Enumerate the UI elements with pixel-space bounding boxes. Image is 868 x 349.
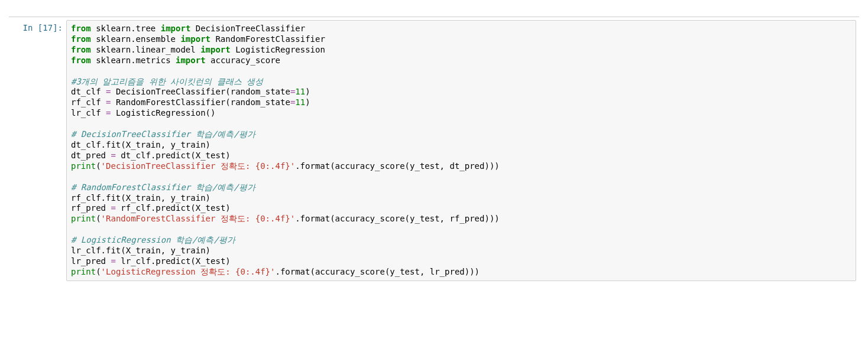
code-text: DecisionTreeClassifier(random_state (111, 87, 290, 96)
input-prompt: In [17]: (12, 20, 63, 281)
func-name: accuracy_score (206, 56, 280, 65)
code-text: dt_clf (71, 87, 106, 96)
code-text: ( (96, 267, 101, 276)
code-text: ( (96, 161, 101, 171)
keyword-from: from (71, 24, 91, 33)
keyword-import: import (200, 45, 231, 54)
code-text: lr_clf.predict(X_test) (116, 256, 231, 266)
code-text: LogisticRegression() (111, 108, 215, 118)
code-text: .format(accuracy_score(y_test, lr_pred))… (275, 267, 480, 276)
keyword-import: import (161, 24, 191, 33)
code-input-area[interactable]: from sklearn.tree import DecisionTreeCla… (66, 20, 856, 281)
module-name: sklearn.ensemble (91, 34, 181, 44)
code-text: .format(accuracy_score(y_test, dt_pred))… (295, 161, 500, 171)
code-text: dt_pred (71, 151, 111, 160)
string-literal: 'DecisionTreeClassifier 정확도: {0:.4f}' (101, 161, 296, 171)
builtin-print: print (71, 214, 96, 223)
code-text: rf_clf.fit(X_train, y_train) (71, 193, 210, 203)
number-literal: 11 (295, 97, 305, 107)
comment: # LogisticRegression 학습/예측/평가 (71, 235, 235, 244)
keyword-from: from (71, 34, 91, 44)
code-text: lr_clf (71, 108, 106, 118)
keyword-import: import (176, 56, 206, 65)
module-name: sklearn.linear_model (91, 45, 200, 54)
comment: #3개의 알고리즘을 위한 사이킷런의 클래스 생성 (71, 77, 263, 86)
operator-equals: = (111, 151, 115, 160)
keyword-from: from (71, 56, 91, 65)
builtin-print: print (71, 161, 96, 171)
code-text: lr_clf.fit(X_train, y_train) (71, 246, 210, 255)
module-name: sklearn.tree (91, 24, 161, 33)
code-editor[interactable]: from sklearn.tree import DecisionTreeCla… (71, 24, 851, 278)
code-text: RandomForestClassifier(random_state (111, 97, 290, 107)
class-name: DecisionTreeClassifier (190, 24, 305, 33)
string-literal: 'RandomForestClassifier 정확도: {0:.4f}' (101, 214, 296, 223)
operator-equals: = (111, 256, 115, 266)
module-name: sklearn.metrics (91, 56, 176, 65)
class-name: RandomForestClassifier (210, 34, 325, 44)
class-name: LogisticRegression (231, 45, 325, 54)
code-text: ( (96, 214, 101, 223)
code-text: ) (305, 87, 310, 96)
builtin-print: print (71, 267, 96, 276)
number-literal: 11 (295, 87, 305, 96)
code-text: ) (305, 97, 310, 107)
keyword-import: import (180, 34, 210, 44)
comment: # RandomForestClassifier 학습/예측/평가 (71, 182, 255, 192)
code-text: .format(accuracy_score(y_test, rf_pred))… (295, 214, 500, 223)
operator-equals: = (111, 203, 115, 213)
keyword-from: from (71, 45, 91, 54)
code-text: lr_pred (71, 256, 111, 266)
code-text: rf_pred (71, 203, 111, 213)
code-text: dt_clf.predict(X_test) (116, 151, 231, 160)
code-cell: In [17]: from sklearn.tree import Decisi… (9, 17, 859, 284)
string-literal: 'LogisticRegression 정확도: {0:.4f}' (101, 267, 276, 276)
comment: # DecisionTreeClassifier 학습/예측/평가 (71, 129, 255, 139)
code-text: dt_clf.fit(X_train, y_train) (71, 140, 210, 149)
code-text: rf_clf.predict(X_test) (116, 203, 231, 213)
code-text: rf_clf (71, 97, 106, 107)
